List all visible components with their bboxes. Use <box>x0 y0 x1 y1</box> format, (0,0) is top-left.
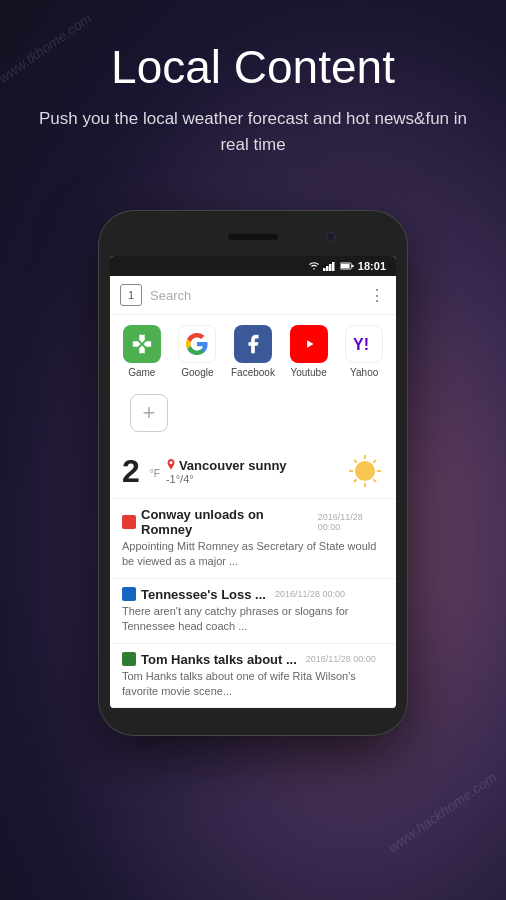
news-icon-1 <box>122 587 136 601</box>
news-icon-0 <box>122 515 136 529</box>
status-time: 18:01 <box>358 260 386 272</box>
app-game[interactable]: Game <box>118 325 166 378</box>
app-google[interactable]: Google <box>174 325 222 378</box>
signal-icon <box>323 261 337 271</box>
svg-rect-5 <box>352 265 354 268</box>
sun-graphic <box>346 452 384 490</box>
weather-unit: °F <box>150 468 160 479</box>
status-icons <box>308 261 354 271</box>
search-bar[interactable]: 1 Search ⋮ <box>110 276 396 315</box>
svg-rect-3 <box>332 262 335 271</box>
news-date-1: 2016/11/28 00:00 <box>275 589 345 599</box>
news-header-2: Tom Hanks talks about ... 2016/11/28 00:… <box>122 652 384 667</box>
news-title-0: Conway unloads on Romney <box>141 507 309 537</box>
facebook-icon <box>234 325 272 363</box>
app-youtube[interactable]: Youtube <box>285 325 333 378</box>
news-header-1: Tennessee's Loss ... 2016/11/28 00:00 <box>122 587 384 602</box>
svg-point-10 <box>355 461 375 481</box>
news-body-2: Tom Hanks talks about one of wife Rita W… <box>122 669 384 700</box>
game-icon <box>123 325 161 363</box>
game-label: Game <box>128 367 155 378</box>
tab-count: 1 <box>120 284 142 306</box>
google-label: Google <box>181 367 213 378</box>
phone-outer: 18:01 1 Search ⋮ Game <box>98 210 408 736</box>
app-yahoo[interactable]: Y! Yahoo <box>340 325 388 378</box>
svg-line-15 <box>354 460 357 463</box>
svg-rect-1 <box>326 266 329 271</box>
news-title-1: Tennessee's Loss ... <box>141 587 266 602</box>
location-icon <box>166 459 176 471</box>
status-bar: 18:01 <box>110 256 396 276</box>
news-title-2: Tom Hanks talks about ... <box>141 652 297 667</box>
add-row: + <box>110 382 396 444</box>
news-body-0: Appointing Mitt Romney as Secretary of S… <box>122 539 384 570</box>
svg-rect-2 <box>329 264 332 271</box>
svg-line-17 <box>373 460 376 463</box>
facebook-label: Facebook <box>231 367 275 378</box>
youtube-label: Youtube <box>290 367 326 378</box>
news-item-0[interactable]: Conway unloads on Romney 2016/11/28 00:0… <box>110 499 396 579</box>
svg-rect-6 <box>341 264 350 268</box>
phone-top-bar <box>110 222 396 252</box>
news-item-1[interactable]: Tennessee's Loss ... 2016/11/28 00:00 Th… <box>110 579 396 644</box>
youtube-icon <box>290 325 328 363</box>
page-title: Local Content <box>30 40 476 94</box>
page-subtitle: Push you the local weather forecast and … <box>30 106 476 157</box>
svg-rect-0 <box>323 268 326 271</box>
phone-bottom-bar <box>110 708 396 724</box>
yahoo-icon: Y! <box>345 325 383 363</box>
menu-button[interactable]: ⋮ <box>369 286 386 305</box>
news-date-0: 2016/11/28 00:00 <box>318 512 384 532</box>
phone-camera <box>326 232 336 242</box>
svg-line-16 <box>373 479 376 482</box>
weather-range: -1°/4° <box>166 473 340 485</box>
news-item-2[interactable]: Tom Hanks talks about ... 2016/11/28 00:… <box>110 644 396 709</box>
battery-icon <box>340 261 354 271</box>
svg-line-18 <box>354 479 357 482</box>
news-header-0: Conway unloads on Romney 2016/11/28 00:0… <box>122 507 384 537</box>
weather-location: Vancouver sunny <box>179 458 287 473</box>
app-icons-row: Game Google <box>110 315 396 382</box>
search-input[interactable]: Search <box>150 288 361 303</box>
yahoo-label: Yahoo <box>350 367 378 378</box>
sun-icon <box>346 452 384 490</box>
news-icon-2 <box>122 652 136 666</box>
header-section: Local Content Push you the local weather… <box>0 0 506 177</box>
wifi-icon <box>308 261 320 271</box>
weather-info: Vancouver sunny -1°/4° <box>166 458 340 485</box>
weather-temperature: 2 <box>122 453 140 490</box>
news-body-1: There aren't any catchy phrases or sloga… <box>122 604 384 635</box>
svg-text:Y!: Y! <box>353 336 369 353</box>
add-button[interactable]: + <box>130 394 168 432</box>
phone-screen: 18:01 1 Search ⋮ Game <box>110 256 396 708</box>
weather-row: 2 °F Vancouver sunny -1°/4° <box>110 444 396 499</box>
news-date-2: 2016/11/28 00:00 <box>306 654 376 664</box>
phone-mockup: 18:01 1 Search ⋮ Game <box>98 210 408 736</box>
app-facebook[interactable]: Facebook <box>229 325 277 378</box>
phone-speaker <box>228 234 278 240</box>
google-icon <box>178 325 216 363</box>
